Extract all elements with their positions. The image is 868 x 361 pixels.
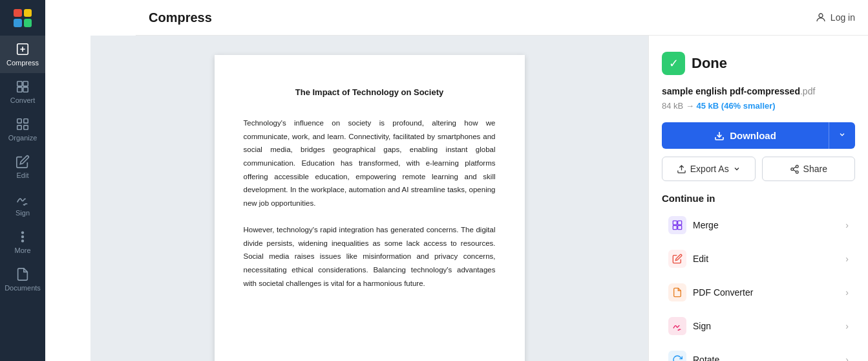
chevron-down-icon [838,131,846,138]
login-button[interactable]: Log in [815,12,855,23]
svg-rect-8 [24,126,28,129]
svg-rect-6 [24,119,28,123]
download-label: Download [730,130,776,141]
download-button-wrapper: Download [662,122,855,149]
svg-rect-21 [678,221,682,224]
continue-title: Continue in [662,193,855,204]
sidebar-item-sign-label: Sign [16,209,30,217]
svg-point-10 [22,236,24,238]
download-dropdown-button[interactable] [829,122,855,149]
continue-item-sign[interactable]: Sign › [662,310,855,342]
done-title: Done [692,55,727,72]
export-chevron-icon [733,165,741,173]
svg-rect-23 [678,226,682,230]
right-panel: ✓ Done sample english pdf-compressed.pdf… [648,36,868,361]
pdf-preview-area: The Impact of Technology on Society Tech… [90,36,648,361]
share-button[interactable]: Share [762,157,856,181]
svg-line-19 [793,167,796,168]
file-name-row: sample english pdf-compressed.pdf [662,85,855,97]
content-area: The Impact of Technology on Society Tech… [90,36,868,361]
sign-icon [16,192,30,206]
file-size-row: 84 kB → 45 kB (46% smaller) [662,101,855,111]
sign-continue-icon [668,317,686,335]
file-name-ext: .pdf [800,86,815,96]
svg-point-17 [796,171,798,173]
action-row: Export As Share [662,157,855,181]
compress-icon [16,42,30,56]
topbar: Compress Log in [136,0,868,36]
convert-icon [16,80,30,94]
svg-point-12 [819,14,823,17]
file-size-compressed: 45 kB [697,101,719,111]
merge-icon [668,216,686,234]
documents-icon [16,267,30,281]
share-label: Share [803,164,827,174]
svg-point-11 [22,240,24,242]
pdf-converter-icon [668,283,686,301]
edit-continue-icon [668,250,686,268]
user-icon [815,12,827,23]
svg-point-9 [22,232,24,234]
done-header: ✓ Done [662,52,855,75]
pdf-paragraph-1: Technology's influence on society is pro… [244,116,496,210]
svg-rect-5 [17,119,21,123]
sidebar-item-convert-label: Convert [10,96,36,104]
sidebar-item-compress[interactable]: Compress [0,36,45,73]
file-size-original: 84 kB [662,101,683,111]
svg-rect-1 [17,82,22,86]
export-as-button[interactable]: Export As [662,157,756,181]
rotate-arrow: › [845,355,849,361]
svg-rect-3 [17,87,22,92]
svg-point-15 [796,165,798,168]
continue-item-rotate[interactable]: Rotate › [662,344,855,361]
edit-continue-label: Edit [693,254,839,264]
sidebar-item-more-label: More [14,246,30,254]
sidebar-item-documents-label: Documents [5,284,41,292]
login-label: Log in [831,12,855,23]
pdf-page: The Impact of Technology on Society Tech… [215,55,525,361]
export-as-label: Export As [690,164,729,174]
pdf-document-title: The Impact of Technology on Society [244,87,496,97]
rotate-icon [668,351,686,361]
sidebar-item-convert[interactable]: Convert [0,73,45,111]
pdf-converter-arrow: › [845,287,849,298]
sign-continue-label: Sign [693,321,839,331]
done-icon: ✓ [662,52,685,75]
file-size-percent: (46% smaller) [721,101,776,111]
organize-icon [16,117,30,131]
download-icon [714,131,725,141]
svg-rect-4 [23,87,28,92]
continue-item-pdf-converter[interactable]: PDF Converter › [662,276,855,309]
svg-rect-7 [17,126,21,129]
sidebar-item-more[interactable]: More [0,223,45,261]
continue-item-edit[interactable]: Edit › [662,243,855,275]
sidebar-item-edit-label: Edit [17,171,29,179]
file-size-arrow: → [686,101,697,111]
svg-rect-22 [673,226,677,230]
sidebar-item-organize-label: Organize [8,134,37,142]
pdf-paragraph-2: However, technology's rapid integration … [244,223,496,290]
edit-icon [16,155,30,169]
pdf-converter-label: PDF Converter [693,287,839,298]
sidebar-item-organize[interactable]: Organize [0,111,45,148]
svg-rect-2 [23,82,28,86]
sidebar-item-sign[interactable]: Sign [0,186,45,223]
main-wrapper: Compress Log in The Impact of Technology… [90,0,868,361]
more-icon [16,230,30,244]
edit-arrow: › [845,254,849,264]
download-button[interactable]: Download [662,122,829,149]
continue-item-merge[interactable]: Merge › [662,209,855,241]
page-title: Compress [149,10,212,25]
sign-arrow: › [845,321,849,331]
share-icon [790,164,799,174]
svg-rect-20 [673,221,677,224]
svg-line-18 [793,170,796,171]
merge-arrow: › [845,220,849,230]
sidebar-item-edit[interactable]: Edit [0,148,45,186]
export-icon [677,164,686,174]
rotate-label: Rotate [693,355,839,361]
sidebar-item-documents[interactable]: Documents [0,261,45,298]
merge-label: Merge [693,220,839,230]
svg-point-16 [790,168,793,170]
sidebar: Compress Convert Organize [0,0,45,361]
